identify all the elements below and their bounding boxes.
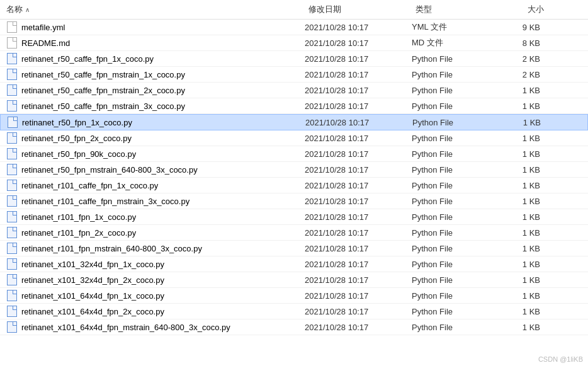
python-file-icon [6,211,18,222]
file-name-text: retinanet_x101_32x4d_fpn_1x_coco.py [21,260,164,269]
file-date: 2021/10/28 10:17 [305,291,412,301]
generic-file-icon [6,37,18,49]
table-row[interactable]: retinanet_r50_caffe_fpn_mstrain_3x_coco.… [0,98,588,114]
file-date: 2021/10/28 10:17 [305,197,412,206]
file-size: 1 KB [507,118,551,127]
file-name-text: retinanet_r50_fpn_90k_coco.py [21,149,136,159]
table-row[interactable]: retinanet_r50_caffe_fpn_mstrain_1x_coco.… [0,67,588,83]
file-name-text: retinanet_r50_fpn_1x_coco.py [22,118,132,127]
file-name-cell: retinanet_r101_fpn_1x_coco.py [6,211,305,222]
file-date: 2021/10/28 10:17 [305,38,412,48]
file-type: Python File [412,54,506,64]
col-date-header[interactable]: 修改日期 [308,4,416,15]
file-type: Python File [412,134,506,143]
col-name-header[interactable]: 名称 ∧ [6,4,308,15]
file-name-cell: retinanet_r50_caffe_fpn_mstrain_1x_coco.… [6,69,305,80]
file-name-text: README.md [21,38,70,48]
file-type: Python File [412,118,507,127]
table-row[interactable]: retinanet_x101_64x4d_fpn_mstrain_640-800… [0,319,588,335]
table-row[interactable]: retinanet_x101_32x4d_fpn_1x_coco.py2021/… [0,256,588,272]
file-name-cell: retinanet_r50_fpn_mstrain_640-800_3x_coc… [6,164,305,175]
table-row[interactable]: README.md2021/10/28 10:17MD 文件8 KB [0,35,588,51]
file-name-cell: retinanet_x101_32x4d_fpn_1x_coco.py [6,258,305,270]
file-date: 2021/10/28 10:17 [305,134,412,143]
python-file-icon [6,290,18,301]
file-size: 1 KB [506,275,550,285]
file-name-text: retinanet_r101_fpn_mstrain_640-800_3x_co… [21,244,202,253]
table-row[interactable]: retinanet_r50_caffe_fpn_mstrain_2x_coco.… [0,83,588,98]
file-name-text: retinanet_r101_caffe_fpn_mstrain_3x_coco… [21,197,189,206]
file-type: Python File [412,70,506,79]
python-file-icon [7,117,18,128]
file-date: 2021/10/28 10:17 [305,260,412,269]
table-row[interactable]: retinanet_r50_fpn_1x_coco.py2021/10/28 1… [0,114,588,130]
python-file-icon [6,258,18,270]
file-name-cell: retinanet_r101_fpn_mstrain_640-800_3x_co… [6,243,305,254]
file-date: 2021/10/28 10:17 [305,118,412,127]
file-name-cell: retinanet_r50_fpn_90k_coco.py [6,148,305,159]
file-date: 2021/10/28 10:17 [305,70,412,79]
file-date: 2021/10/28 10:17 [305,149,412,159]
file-date: 2021/10/28 10:17 [305,86,412,95]
file-type: Python File [412,323,506,332]
file-type: YML 文件 [412,21,506,33]
python-file-icon [6,84,18,96]
file-size: 1 KB [506,212,550,222]
python-file-icon [6,100,18,112]
file-name-cell: retinanet_r50_caffe_fpn_mstrain_2x_coco.… [6,84,305,96]
file-date: 2021/10/28 10:17 [305,181,412,190]
file-size: 1 KB [506,244,550,253]
file-size: 1 KB [506,228,550,238]
python-file-icon [6,148,18,159]
file-name-cell: retinanet_r50_fpn_1x_coco.py [7,117,305,128]
table-row[interactable]: retinanet_r50_fpn_mstrain_640-800_3x_coc… [0,162,588,178]
file-date: 2021/10/28 10:17 [305,23,412,32]
col-size-header[interactable]: 大小 [510,4,554,15]
file-type: Python File [412,275,506,285]
file-name-text: retinanet_x101_64x4d_fpn_1x_coco.py [21,291,164,301]
table-row[interactable]: metafile.yml2021/10/28 10:17YML 文件9 KB [0,20,588,35]
file-name-cell: metafile.yml [6,21,305,33]
file-size: 8 KB [506,38,550,48]
table-row[interactable]: retinanet_r50_fpn_2x_coco.py2021/10/28 1… [0,130,588,146]
table-row[interactable]: retinanet_r50_fpn_90k_coco.py2021/10/28 … [0,146,588,162]
file-list: metafile.yml2021/10/28 10:17YML 文件9 KBRE… [0,20,588,335]
file-size: 1 KB [506,134,550,143]
python-file-icon [6,243,18,254]
file-type: Python File [412,181,506,190]
file-name-cell: retinanet_x101_64x4d_fpn_mstrain_640-800… [6,321,305,333]
table-row[interactable]: retinanet_r50_caffe_fpn_1x_coco.py2021/1… [0,51,588,67]
file-name-cell: retinanet_x101_64x4d_fpn_2x_coco.py [6,306,305,317]
table-row[interactable]: retinanet_r101_fpn_1x_coco.py2021/10/28 … [0,209,588,225]
table-row[interactable]: retinanet_x101_64x4d_fpn_2x_coco.py2021/… [0,304,588,319]
file-explorer: 名称 ∧ 修改日期 类型 大小 metafile.yml2021/10/28 1… [0,0,588,335]
file-size: 1 KB [506,307,550,316]
table-row[interactable]: retinanet_r101_fpn_mstrain_640-800_3x_co… [0,241,588,256]
file-type: Python File [412,291,506,301]
file-type: Python File [412,307,506,316]
table-row[interactable]: retinanet_x101_32x4d_fpn_2x_coco.py2021/… [0,272,588,288]
file-name-cell: retinanet_r101_caffe_fpn_1x_coco.py [6,180,305,191]
file-type: MD 文件 [412,37,506,49]
file-size: 1 KB [506,323,550,332]
table-row[interactable]: retinanet_r101_fpn_2x_coco.py2021/10/28 … [0,225,588,241]
file-name-text: retinanet_x101_32x4d_fpn_2x_coco.py [21,275,164,285]
python-file-icon [6,53,18,64]
file-type: Python File [412,228,506,238]
file-name-text: retinanet_r50_caffe_fpn_mstrain_2x_coco.… [21,86,185,95]
table-row[interactable]: retinanet_r101_caffe_fpn_1x_coco.py2021/… [0,178,588,193]
table-row[interactable]: retinanet_r101_caffe_fpn_mstrain_3x_coco… [0,193,588,209]
table-row[interactable]: retinanet_x101_64x4d_fpn_1x_coco.py2021/… [0,288,588,304]
sort-arrow-icon: ∧ [25,6,30,13]
file-name-text: retinanet_r101_fpn_1x_coco.py [21,212,136,222]
file-name-cell: retinanet_r50_caffe_fpn_1x_coco.py [6,53,305,64]
file-date: 2021/10/28 10:17 [305,54,412,64]
col-type-header[interactable]: 类型 [416,4,510,15]
file-date: 2021/10/28 10:17 [305,307,412,316]
file-size: 1 KB [506,291,550,301]
file-size: 2 KB [506,70,550,79]
file-type: Python File [412,86,506,95]
python-file-icon [6,227,18,238]
file-name-cell: retinanet_r101_caffe_fpn_mstrain_3x_coco… [6,195,305,207]
file-type: Python File [412,212,506,222]
